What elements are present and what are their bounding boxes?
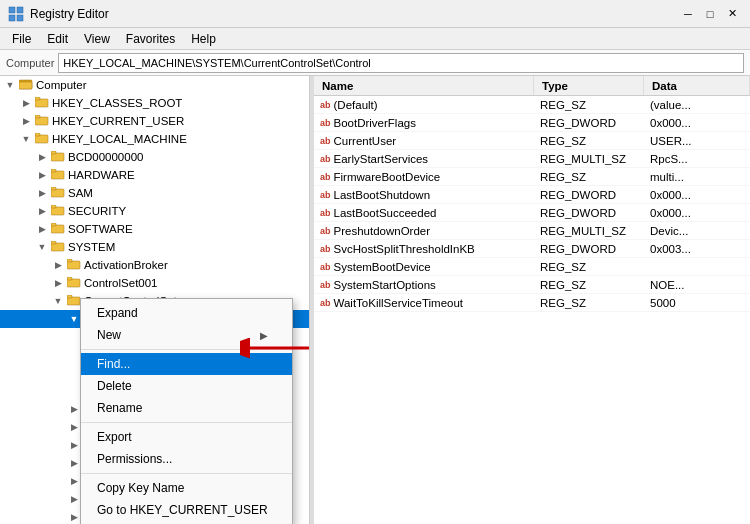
- svg-rect-5: [19, 82, 32, 89]
- reg-cell-data: NOE...: [644, 279, 750, 291]
- expander-currentcontrolset[interactable]: ▼: [50, 293, 66, 309]
- expander-hkcr[interactable]: ▶: [18, 95, 34, 111]
- tree-item-hardware[interactable]: ▶ HARDWARE: [0, 166, 309, 184]
- reg-type-icon: ab: [320, 262, 331, 272]
- expander-sam[interactable]: ▶: [34, 185, 50, 201]
- tree-item-activationbroker[interactable]: ▶ ActivationBroker: [0, 256, 309, 274]
- maximize-button[interactable]: □: [700, 4, 720, 24]
- folder-icon-hklm: [34, 132, 50, 146]
- close-button[interactable]: ✕: [722, 4, 742, 24]
- tree-item-software[interactable]: ▶ SOFTWARE: [0, 220, 309, 238]
- minimize-button[interactable]: ─: [678, 4, 698, 24]
- svg-rect-3: [17, 15, 23, 21]
- reg-row[interactable]: ab(Default)REG_SZ(value...: [314, 96, 750, 114]
- reg-cell-name: abBootDriverFlags: [314, 117, 534, 129]
- reg-row[interactable]: abFirmwareBootDeviceREG_SZmulti...: [314, 168, 750, 186]
- expander-bcd[interactable]: ▶: [34, 149, 50, 165]
- ctx-find[interactable]: Find...: [81, 353, 292, 375]
- reg-cell-name: abPreshutdownOrder: [314, 225, 534, 237]
- window-controls: ─ □ ✕: [678, 4, 742, 24]
- tree-label-security: SECURITY: [68, 205, 126, 217]
- reg-cell-type: REG_DWORD: [534, 189, 644, 201]
- reg-type-icon: ab: [320, 154, 331, 164]
- expander-system[interactable]: ▼: [34, 239, 50, 255]
- ctx-delete-label: Delete: [97, 379, 132, 393]
- reg-row[interactable]: abWaitToKillServiceTimeoutREG_SZ5000: [314, 294, 750, 312]
- tree-item-security[interactable]: ▶ SECURITY: [0, 202, 309, 220]
- ctx-expand[interactable]: Expand: [81, 302, 292, 324]
- tree-item-hkcr[interactable]: ▶ HKEY_CLASSES_ROOT: [0, 94, 309, 112]
- ctx-rename[interactable]: Rename: [81, 397, 292, 419]
- ctx-gotohkcu[interactable]: Go to HKEY_CURRENT_USER: [81, 499, 292, 521]
- menu-item-view[interactable]: View: [76, 28, 118, 50]
- tree-label-controlset001: ControlSet001: [84, 277, 158, 289]
- expander-controlset001[interactable]: ▶: [50, 275, 66, 291]
- reg-type-icon: ab: [320, 190, 331, 200]
- reg-cell-type: REG_MULTI_SZ: [534, 225, 644, 237]
- menu-item-edit[interactable]: Edit: [39, 28, 76, 50]
- ctx-gotohkcu-label: Go to HKEY_CURRENT_USER: [97, 503, 268, 517]
- reg-row[interactable]: abCurrentUserREG_SZUSER...: [314, 132, 750, 150]
- reg-row[interactable]: abSystemBootDeviceREG_SZ: [314, 258, 750, 276]
- reg-row[interactable]: abLastBootShutdownREG_DWORD0x000...: [314, 186, 750, 204]
- reg-type-icon: ab: [320, 208, 331, 218]
- expander-activationbroker[interactable]: ▶: [50, 257, 66, 273]
- reg-name-text: LastBootShutdown: [334, 189, 431, 201]
- app-icon: [8, 6, 24, 22]
- reg-cell-name: abCurrentUser: [314, 135, 534, 147]
- reg-row[interactable]: abBootDriverFlagsREG_DWORD0x000...: [314, 114, 750, 132]
- reg-cell-type: REG_SZ: [534, 171, 644, 183]
- svg-rect-1: [17, 7, 23, 13]
- tree-label-software: SOFTWARE: [68, 223, 133, 235]
- folder-icon-security: [50, 204, 66, 218]
- reg-row[interactable]: abEarlyStartServicesREG_MULTI_SZRpcS...: [314, 150, 750, 168]
- menu-item-file[interactable]: File: [4, 28, 39, 50]
- reg-name-text: LastBootSucceeded: [334, 207, 437, 219]
- ctx-rename-label: Rename: [97, 401, 142, 415]
- tree-item-hkcu[interactable]: ▶ HKEY_CURRENT_USER: [0, 112, 309, 130]
- address-path-field[interactable]: HKEY_LOCAL_MACHINE\SYSTEM\CurrentControl…: [58, 53, 744, 73]
- svg-rect-13: [51, 151, 56, 154]
- reg-row[interactable]: abSvcHostSplitThresholdInKBREG_DWORD0x00…: [314, 240, 750, 258]
- expander-computer[interactable]: ▼: [2, 77, 18, 93]
- tree-item-sam[interactable]: ▶ SAM: [0, 184, 309, 202]
- reg-cell-data: Devic...: [644, 225, 750, 237]
- reg-type-icon: ab: [320, 226, 331, 236]
- menu-item-favorites[interactable]: Favorites: [118, 28, 183, 50]
- reg-cell-type: REG_SZ: [534, 99, 644, 111]
- expander-hklm[interactable]: ▼: [18, 131, 34, 147]
- reg-name-text: (Default): [334, 99, 378, 111]
- col-name-header: Name: [314, 76, 534, 95]
- tree-item-hklm[interactable]: ▼ HKEY_LOCAL_MACHINE: [0, 130, 309, 148]
- expander-software[interactable]: ▶: [34, 221, 50, 237]
- address-path-text: HKEY_LOCAL_MACHINE\SYSTEM\CurrentControl…: [63, 57, 371, 69]
- ctx-copykey[interactable]: Copy Key Name: [81, 477, 292, 499]
- ctx-copykey-label: Copy Key Name: [97, 481, 184, 495]
- tree-item-computer[interactable]: ▼ Computer: [0, 76, 309, 94]
- col-type-header: Type: [534, 76, 644, 95]
- tree-item-bcd[interactable]: ▶ BCD00000000: [0, 148, 309, 166]
- expander-hkcu[interactable]: ▶: [18, 113, 34, 129]
- expander-hardware[interactable]: ▶: [34, 167, 50, 183]
- expander-security[interactable]: ▶: [34, 203, 50, 219]
- reg-cell-data: RpcS...: [644, 153, 750, 165]
- tree-label-hardware: HARDWARE: [68, 169, 135, 181]
- tree-item-controlset001[interactable]: ▶ ControlSet001: [0, 274, 309, 292]
- ctx-permissions[interactable]: Permissions...: [81, 448, 292, 470]
- ctx-new-label: New: [97, 328, 121, 342]
- svg-rect-21: [51, 223, 56, 226]
- reg-row[interactable]: abPreshutdownOrderREG_MULTI_SZDevic...: [314, 222, 750, 240]
- reg-name-text: PreshutdownOrder: [334, 225, 431, 237]
- ctx-delete[interactable]: Delete: [81, 375, 292, 397]
- reg-row[interactable]: abLastBootSucceededREG_DWORD0x000...: [314, 204, 750, 222]
- svg-rect-9: [35, 115, 40, 118]
- ctx-export[interactable]: Export: [81, 426, 292, 448]
- tree-item-system[interactable]: ▼ SYSTEM: [0, 238, 309, 256]
- folder-icon-controlset001: [66, 276, 82, 290]
- registry-rows[interactable]: ab(Default)REG_SZ(value...abBootDriverFl…: [314, 96, 750, 524]
- reg-row[interactable]: abSystemStartOptionsREG_SZNOE...: [314, 276, 750, 294]
- reg-cell-data: 0x000...: [644, 207, 750, 219]
- ctx-new[interactable]: New ▶: [81, 324, 292, 346]
- menu-item-help[interactable]: Help: [183, 28, 224, 50]
- reg-cell-type: REG_DWORD: [534, 243, 644, 255]
